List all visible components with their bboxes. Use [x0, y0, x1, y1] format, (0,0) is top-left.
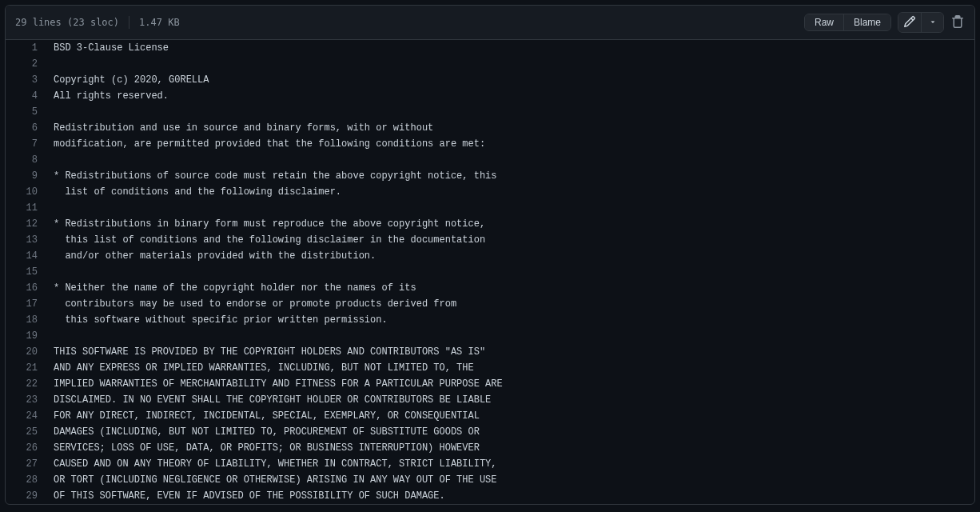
code-line: 26SERVICES; LOSS OF USE, DATA, OR PROFIT…: [6, 440, 974, 456]
line-number[interactable]: 22: [6, 376, 46, 392]
line-number[interactable]: 12: [6, 216, 46, 232]
line-content[interactable]: contributors may be used to endorse or p…: [46, 296, 974, 312]
line-content[interactable]: [46, 200, 974, 216]
line-number[interactable]: 19: [6, 328, 46, 344]
line-content[interactable]: this software without specific prior wri…: [46, 312, 974, 328]
line-number[interactable]: 28: [6, 472, 46, 488]
line-number[interactable]: 5: [6, 104, 46, 120]
code-line: 14 and/or other materials provided with …: [6, 248, 974, 264]
line-content[interactable]: AND ANY EXPRESS OR IMPLIED WARRANTIES, I…: [46, 360, 974, 376]
code-line: 11: [6, 200, 974, 216]
file-box: 29 lines (23 sloc) 1.47 KB Raw Blame: [5, 5, 975, 505]
code-line: 4All rights reserved.: [6, 88, 974, 104]
line-number[interactable]: 16: [6, 280, 46, 296]
code-line: 12* Redistributions in binary form must …: [6, 216, 974, 232]
line-content[interactable]: Copyright (c) 2020, G0RELLA: [46, 72, 974, 88]
file-size: 1.47 KB: [139, 17, 180, 28]
line-number[interactable]: 13: [6, 232, 46, 248]
line-number[interactable]: 17: [6, 296, 46, 312]
line-number[interactable]: 29: [6, 488, 46, 504]
line-number[interactable]: 6: [6, 120, 46, 136]
line-content[interactable]: list of conditions and the following dis…: [46, 184, 974, 200]
line-number[interactable]: 24: [6, 408, 46, 424]
line-content[interactable]: All rights reserved.: [46, 88, 974, 104]
raw-button[interactable]: Raw: [805, 14, 843, 30]
line-number[interactable]: 1: [6, 40, 46, 56]
line-number[interactable]: 9: [6, 168, 46, 184]
code-line: 1BSD 3-Clause License: [6, 40, 974, 56]
line-content[interactable]: this list of conditions and the followin…: [46, 232, 974, 248]
line-number[interactable]: 15: [6, 264, 46, 280]
line-content[interactable]: SERVICES; LOSS OF USE, DATA, OR PROFITS;…: [46, 440, 974, 456]
code-line: 28OR TORT (INCLUDING NEGLIGENCE OR OTHER…: [6, 472, 974, 488]
line-number[interactable]: 3: [6, 72, 46, 88]
edit-dropdown-button[interactable]: [921, 13, 943, 32]
line-content[interactable]: [46, 264, 974, 280]
line-number[interactable]: 14: [6, 248, 46, 264]
line-content[interactable]: [46, 328, 974, 344]
line-content[interactable]: * Redistributions in binary form must re…: [46, 216, 974, 232]
line-number[interactable]: 18: [6, 312, 46, 328]
line-number[interactable]: 26: [6, 440, 46, 456]
line-content[interactable]: [46, 104, 974, 120]
delete-button[interactable]: [950, 15, 965, 30]
file-header: 29 lines (23 sloc) 1.47 KB Raw Blame: [6, 6, 974, 40]
edit-group: [898, 12, 944, 33]
line-number[interactable]: 11: [6, 200, 46, 216]
edit-button[interactable]: [898, 13, 921, 32]
code-line: 6Redistribution and use in source and bi…: [6, 120, 974, 136]
code-line: 23DISCLAIMED. IN NO EVENT SHALL THE COPY…: [6, 392, 974, 408]
line-content[interactable]: * Redistributions of source code must re…: [46, 168, 974, 184]
code-table: 1BSD 3-Clause License23Copyright (c) 202…: [6, 40, 974, 504]
blame-button[interactable]: Blame: [843, 14, 890, 30]
line-number[interactable]: 27: [6, 456, 46, 472]
line-number[interactable]: 25: [6, 424, 46, 440]
code-line: 13 this list of conditions and the follo…: [6, 232, 974, 248]
line-number[interactable]: 8: [6, 152, 46, 168]
divider: [129, 16, 129, 29]
code-line: 7modification, are permitted provided th…: [6, 136, 974, 152]
line-content[interactable]: OR TORT (INCLUDING NEGLIGENCE OR OTHERWI…: [46, 472, 974, 488]
line-content[interactable]: DAMAGES (INCLUDING, BUT NOT LIMITED TO, …: [46, 424, 974, 440]
code-line: 25DAMAGES (INCLUDING, BUT NOT LIMITED TO…: [6, 424, 974, 440]
line-content[interactable]: BSD 3-Clause License: [46, 40, 974, 56]
line-number[interactable]: 7: [6, 136, 46, 152]
line-content[interactable]: FOR ANY DIRECT, INDIRECT, INCIDENTAL, SP…: [46, 408, 974, 424]
line-content[interactable]: IMPLIED WARRANTIES OF MERCHANTABILITY AN…: [46, 376, 974, 392]
code-line: 8: [6, 152, 974, 168]
code-line: 27CAUSED AND ON ANY THEORY OF LIABILITY,…: [6, 456, 974, 472]
line-content[interactable]: * Neither the name of the copyright hold…: [46, 280, 974, 296]
code-line: 5: [6, 104, 974, 120]
code-line: 20THIS SOFTWARE IS PROVIDED BY THE COPYR…: [6, 344, 974, 360]
file-actions: Raw Blame: [804, 12, 965, 33]
code-line: 19: [6, 328, 974, 344]
code-line: 29OF THIS SOFTWARE, EVEN IF ADVISED OF T…: [6, 488, 974, 504]
line-number[interactable]: 21: [6, 360, 46, 376]
code-line: 2: [6, 56, 974, 72]
code-area: 1BSD 3-Clause License23Copyright (c) 202…: [6, 40, 974, 504]
line-content[interactable]: modification, are permitted provided tha…: [46, 136, 974, 152]
line-number[interactable]: 10: [6, 184, 46, 200]
line-content[interactable]: [46, 56, 974, 72]
code-line: 9* Redistributions of source code must r…: [6, 168, 974, 184]
code-line: 15: [6, 264, 974, 280]
line-content[interactable]: CAUSED AND ON ANY THEORY OF LIABILITY, W…: [46, 456, 974, 472]
pencil-icon: [903, 15, 916, 30]
code-line: 16* Neither the name of the copyright ho…: [6, 280, 974, 296]
file-info: 29 lines (23 sloc) 1.47 KB: [15, 16, 180, 29]
line-content[interactable]: Redistribution and use in source and bin…: [46, 120, 974, 136]
line-content[interactable]: and/or other materials provided with the…: [46, 248, 974, 264]
trash-icon: [951, 15, 964, 30]
lines-count: 29 lines (23 sloc): [15, 17, 119, 28]
line-number[interactable]: 4: [6, 88, 46, 104]
line-content[interactable]: OF THIS SOFTWARE, EVEN IF ADVISED OF THE…: [46, 488, 974, 504]
caret-down-icon: [929, 17, 937, 28]
line-number[interactable]: 20: [6, 344, 46, 360]
line-content[interactable]: [46, 152, 974, 168]
code-line: 18 this software without specific prior …: [6, 312, 974, 328]
line-number[interactable]: 2: [6, 56, 46, 72]
code-line: 10 list of conditions and the following …: [6, 184, 974, 200]
line-content[interactable]: THIS SOFTWARE IS PROVIDED BY THE COPYRIG…: [46, 344, 974, 360]
line-content[interactable]: DISCLAIMED. IN NO EVENT SHALL THE COPYRI…: [46, 392, 974, 408]
line-number[interactable]: 23: [6, 392, 46, 408]
